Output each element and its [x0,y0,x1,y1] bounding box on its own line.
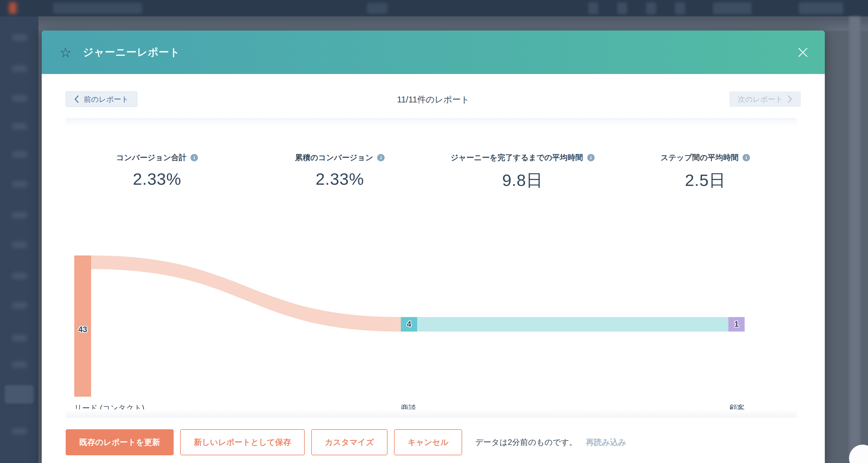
metric-value: 2.33% [249,169,431,189]
journey-funnel-chart: 43 4 1 リード (コンタクト) 商談 顧客 [42,250,825,415]
metric-total-conversion: コンバージョン合計 i 2.33% [66,152,249,192]
metric-label: 累積のコンバージョン [295,152,373,163]
modal-footer: 既存のレポートを更新 新しいレポートとして保存 カスタマイズ キャンセル データ… [66,429,801,455]
info-icon[interactable]: i [190,154,198,161]
data-freshness-note: データは2分前のものです。 [475,437,577,447]
funnel-flow-band [417,317,728,331]
metric-label: コンバージョン合計 [116,152,187,163]
topbar-icon [646,2,656,14]
topbar-icon [675,2,685,14]
metric-value: 2.33% [66,169,249,189]
topbar-menu-item [713,2,751,14]
funnel-node-customer[interactable]: 1 [728,317,745,331]
metric-value: 9.8日 [431,169,614,192]
next-report-label: 次のレポート [738,94,783,104]
customize-button[interactable]: カスタマイズ [311,429,388,455]
reload-link[interactable]: 再読み込み [586,437,626,447]
metric-label: ステップ間の平均時間 [661,152,738,163]
funnel-node-deal[interactable]: 4 [401,317,417,331]
sidebar-active-item [5,385,34,404]
metric-avg-step-time: ステップ間の平均時間 i 2.5日 [614,152,797,192]
modal-title: ジャーニーレポート [83,45,180,59]
topbar-button [367,3,388,13]
info-icon[interactable]: i [743,154,750,161]
section-divider [66,409,797,418]
next-report-button: 次のレポート [729,91,801,107]
cancel-button[interactable]: キャンセル [394,429,462,455]
topbar-account-menu [799,2,843,14]
funnel-flow-band [42,250,825,415]
metric-cumulative-conversion: 累積のコンバージョン i 2.33% [249,152,431,192]
section-divider [66,118,797,127]
background-scroll-strip [849,17,860,463]
close-icon[interactable] [797,46,809,59]
info-icon[interactable]: i [377,154,384,161]
funnel-node-lead[interactable]: 43 [74,256,91,397]
metric-avg-journey-time: ジャーニーを完了するまでの平均時間 i 9.8日 [431,152,614,192]
info-icon[interactable]: i [587,154,595,161]
page-subheader [38,17,868,31]
global-search-input [53,3,142,13]
node-value: 43 [78,325,87,334]
top-navigation-bar [0,0,868,17]
journey-report-modal: ☆ ジャーニーレポート 前のレポート 11/11件のレポート 次のレポート コン… [42,30,825,463]
topbar-icon [588,2,598,14]
report-navigation-row: 前のレポート 11/11件のレポート 次のレポート [66,91,801,107]
chevron-right-icon [787,95,792,103]
node-value: 1 [734,320,739,329]
metric-value: 2.5日 [614,169,797,192]
node-value: 4 [407,320,411,329]
report-counter: 11/11件のレポート [66,94,801,106]
save-as-new-report-button[interactable]: 新しいレポートとして保存 [180,429,305,455]
side-navigation [0,17,38,463]
favorite-star-icon[interactable]: ☆ [59,46,71,59]
app-logo [9,2,17,13]
metrics-row: コンバージョン合計 i 2.33% 累積のコンバージョン i 2.33% ジャー… [66,152,797,192]
topbar-icon [617,2,627,14]
modal-header: ☆ ジャーニーレポート [42,30,825,74]
metric-label: ジャーニーを完了するまでの平均時間 [451,152,583,163]
update-report-button[interactable]: 既存のレポートを更新 [66,429,174,455]
